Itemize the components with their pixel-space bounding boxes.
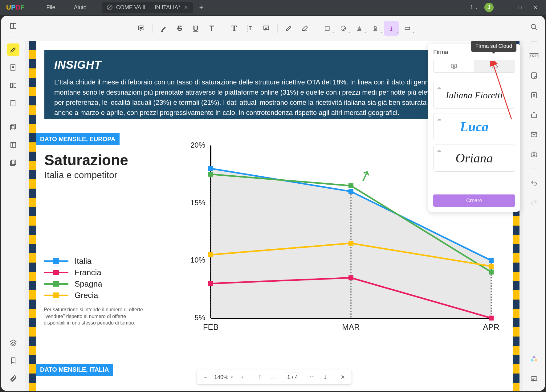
edit-page-icon[interactable]: [7, 61, 19, 74]
svg-rect-24: [531, 377, 537, 381]
page-dropdown[interactable]: 1 ⌄: [470, 4, 478, 11]
layers-icon[interactable]: [7, 337, 19, 349]
stamp-icon[interactable]: [352, 21, 367, 36]
eraser-icon[interactable]: [297, 21, 312, 36]
shape-icon[interactable]: [320, 21, 335, 36]
close-tab-icon[interactable]: ✕: [184, 5, 188, 10]
minimize-button[interactable]: —: [500, 4, 509, 11]
first-page-button[interactable]: ⤒: [255, 372, 265, 382]
screenshot-icon[interactable]: [528, 149, 540, 160]
highlight-mode-icon[interactable]: [7, 43, 19, 56]
tab-icon: [107, 5, 112, 10]
document-tab[interactable]: COME VA IL ... IN ITALIA* ✕: [102, 2, 193, 13]
comment-icon[interactable]: [134, 21, 149, 36]
layers-alt-icon[interactable]: [7, 157, 19, 169]
separator: [531, 41, 537, 42]
undo-icon[interactable]: [528, 178, 540, 189]
svg-point-23: [533, 358, 535, 361]
svg-rect-26: [264, 26, 269, 30]
protect-icon[interactable]: [528, 90, 540, 101]
pencil-icon[interactable]: [281, 21, 296, 36]
signature-preview: Oriana: [455, 151, 493, 165]
svg-rect-45: [348, 189, 353, 194]
redo-icon[interactable]: [528, 197, 540, 208]
signature-item[interactable]: ☁ Luca: [433, 113, 515, 140]
sticker-icon[interactable]: [336, 21, 351, 36]
comments-icon[interactable]: [528, 374, 540, 385]
close-window-button[interactable]: ✕: [531, 4, 540, 11]
annotation-toolbar: S U T T T: [25, 19, 523, 38]
zoom-in-button[interactable]: +: [237, 372, 247, 382]
organize-pages-icon[interactable]: [7, 79, 19, 92]
text-icon[interactable]: T: [227, 21, 242, 36]
cloud-icon: ☁: [437, 147, 442, 153]
separator: [10, 115, 16, 115]
strikethrough-icon[interactable]: S: [172, 21, 187, 36]
svg-rect-7: [10, 125, 14, 130]
page-indicator[interactable]: 1 / 4: [284, 373, 301, 382]
menu-help[interactable]: Aiuto: [65, 4, 96, 11]
page-decoration: [29, 41, 36, 391]
saturation-heading-block: Saturazione Italia e competitor: [44, 152, 155, 180]
highlighter-icon[interactable]: [156, 21, 171, 36]
signature-item[interactable]: ☁ Iuliana Fioretti: [433, 82, 515, 109]
legend-item: Francia: [44, 268, 145, 277]
maximize-button[interactable]: □: [515, 4, 524, 11]
cloud-signature-tab[interactable]: [474, 60, 515, 72]
svg-rect-8: [11, 142, 16, 147]
svg-point-19: [533, 154, 535, 156]
share-icon[interactable]: [528, 109, 540, 120]
separator: [251, 374, 251, 381]
separator: [334, 374, 334, 381]
svg-text:20%: 20%: [190, 141, 205, 149]
signature-panel-title: Firma: [433, 49, 448, 55]
separator: |: [31, 4, 37, 11]
user-avatar[interactable]: J: [484, 3, 494, 12]
svg-rect-48: [348, 275, 353, 280]
svg-text:APR: APR: [483, 322, 499, 332]
right-sidebar: OCR: [523, 16, 545, 391]
squiggly-icon[interactable]: T: [204, 21, 219, 36]
crop-page-icon[interactable]: [7, 97, 19, 109]
menu-file[interactable]: File: [37, 4, 65, 11]
attachment-icon[interactable]: [7, 372, 19, 385]
underline-icon[interactable]: U: [188, 21, 203, 36]
reader-mode-icon[interactable]: [7, 20, 19, 32]
signature-icon[interactable]: [384, 21, 399, 36]
svg-rect-47: [208, 281, 213, 286]
add-tab-button[interactable]: +: [199, 3, 203, 12]
search-icon[interactable]: [528, 22, 540, 33]
ocr-icon[interactable]: OCR: [528, 50, 540, 61]
left-sidebar: [1, 16, 25, 391]
svg-text:FEB: FEB: [203, 322, 219, 332]
resize-page-icon[interactable]: [7, 139, 19, 151]
svg-rect-44: [208, 166, 213, 171]
svg-rect-25: [138, 26, 144, 30]
chart-legend: Italia Francia Spagna Grecia Per saturaz…: [44, 256, 145, 326]
signature-item[interactable]: ☁ Oriana: [433, 145, 515, 172]
ai-assist-icon[interactable]: [528, 354, 540, 365]
textbox-icon[interactable]: T: [243, 21, 258, 36]
svg-rect-49: [489, 316, 494, 321]
zoom-level[interactable]: 140% ▼: [214, 374, 234, 381]
cloud-icon: ☁: [437, 116, 442, 122]
zoom-out-button[interactable]: −: [201, 372, 210, 382]
next-page-button[interactable]: ﹀: [307, 372, 317, 382]
svg-rect-3: [10, 83, 13, 88]
form-icon[interactable]: [528, 70, 540, 81]
callout-icon[interactable]: [259, 21, 274, 36]
ruler-icon[interactable]: [400, 21, 415, 36]
bookmark-icon[interactable]: [7, 354, 19, 367]
page-navigation-bar: − 140% ▼ + ⤒ ︿ 1 / 4 ﹀ ⤓ ✕: [197, 370, 352, 385]
create-signature-button[interactable]: Creare: [433, 194, 515, 207]
email-icon[interactable]: [528, 129, 540, 140]
svg-point-11: [531, 24, 536, 29]
copy-pages-icon[interactable]: [7, 121, 19, 133]
separator: [10, 38, 16, 38]
prev-page-button[interactable]: ︿: [268, 372, 278, 382]
local-signature-tab[interactable]: [434, 60, 474, 72]
close-nav-button[interactable]: ✕: [338, 372, 348, 382]
stamp2-icon[interactable]: [368, 21, 383, 36]
last-page-button[interactable]: ⤓: [320, 372, 330, 382]
svg-text:MAR: MAR: [342, 322, 360, 332]
